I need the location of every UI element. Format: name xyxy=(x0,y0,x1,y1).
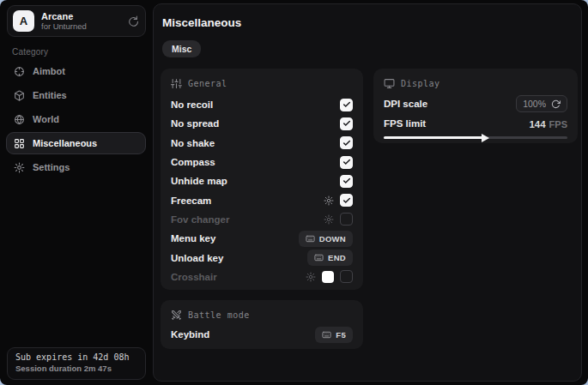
setting-row-no-shake: No shake xyxy=(171,134,353,153)
sidebar-nav: Aimbot Entities World Miscellaneous Sett… xyxy=(6,60,146,180)
sidebar-item-miscellaneous[interactable]: Miscellaneous xyxy=(6,132,146,154)
setting-label: Compass xyxy=(171,157,215,167)
freecam-checkbox[interactable] xyxy=(340,194,353,207)
box-icon xyxy=(14,90,25,101)
sidebar-item-label: Entities xyxy=(33,90,67,100)
setting-row-unload-key: Unload key END xyxy=(171,248,353,267)
swords-icon xyxy=(171,310,182,321)
setting-row-freecam: Freecam xyxy=(171,190,353,209)
dpi-scale-input[interactable]: 100% xyxy=(516,95,567,112)
layout-grid-icon xyxy=(14,138,25,149)
fps-limit-row: FPS limit 144FPS xyxy=(384,115,567,132)
tab-misc[interactable]: Misc xyxy=(162,40,201,57)
battle-mode-card-title: Battle mode xyxy=(188,310,250,320)
sidebar: A Arcane for Unturned Category Aimbot En… xyxy=(0,0,153,385)
session-duration-text: Session duration 2m 47s xyxy=(15,364,137,373)
setting-row-crosshair: Crosshair xyxy=(171,268,353,286)
keyboard-icon xyxy=(314,253,324,262)
slider-handle[interactable] xyxy=(482,134,489,142)
setting-label: Unhide map xyxy=(171,176,227,186)
sidebar-item-label: World xyxy=(33,114,59,124)
no-recoil-checkbox[interactable] xyxy=(340,99,353,111)
setting-row-fov-changer: Fov changer xyxy=(171,210,353,229)
keybind-value: DOWN xyxy=(319,234,346,244)
reset-icon[interactable] xyxy=(551,99,561,109)
general-card-header: General xyxy=(171,78,227,89)
monitor-icon xyxy=(384,78,395,89)
app-titles: Arcane for Unturned xyxy=(41,11,127,32)
unload-key-keybind-badge[interactable]: END xyxy=(307,250,353,266)
setting-label: Freecam xyxy=(171,196,211,206)
main-panel: Miscellaneous Misc General No recoil No … xyxy=(153,3,582,382)
battle-mode-card: Battle mode Keybind F5 xyxy=(161,300,363,349)
dpi-scale-row: DPI scale 100% xyxy=(384,94,567,113)
keybind-label: Keybind xyxy=(171,329,209,340)
setting-label: Menu key xyxy=(171,233,215,244)
setting-label: No recoil xyxy=(171,99,213,110)
keybind-value: END xyxy=(328,253,346,262)
sidebar-item-label: Settings xyxy=(33,162,70,172)
setting-row-compass: Compass xyxy=(171,153,353,171)
display-card-header: Display xyxy=(384,78,440,89)
sidebar-item-world[interactable]: World xyxy=(6,108,146,130)
compass-checkbox[interactable] xyxy=(340,156,353,169)
setting-row-menu-key: Menu key DOWN xyxy=(171,229,353,248)
subscription-status-card: Sub expires in 42d 08h Session duration … xyxy=(7,347,146,380)
app-subtitle: for Unturned xyxy=(41,22,127,31)
sidebar-item-entities[interactable]: Entities xyxy=(6,84,146,106)
sidebar-item-label: Miscellaneous xyxy=(33,138,97,148)
freecam-settings-gear-icon[interactable] xyxy=(324,196,334,206)
dpi-scale-value: 100% xyxy=(523,99,546,109)
general-card-title: General xyxy=(188,79,227,88)
sync-icon[interactable] xyxy=(127,15,138,27)
app-logo: A xyxy=(13,10,34,32)
sidebar-item-settings[interactable]: Settings xyxy=(6,156,146,178)
fps-limit-value: 144FPS xyxy=(529,116,567,131)
setting-label: Fov changer xyxy=(171,214,229,225)
keyboard-icon xyxy=(306,234,315,244)
battle-keybind-badge[interactable]: F5 xyxy=(315,327,353,343)
keyboard-icon xyxy=(322,330,331,340)
fov-changer-checkbox[interactable] xyxy=(340,213,353,226)
app-window: A Arcane for Unturned Category Aimbot En… xyxy=(0,0,588,385)
unhide-map-checkbox[interactable] xyxy=(340,175,353,188)
gear-icon xyxy=(14,162,25,173)
setting-row-no-spread: No spread xyxy=(171,114,353,133)
crosshair-color-swatch[interactable] xyxy=(322,271,334,283)
general-card: General No recoil No spread No shake Com… xyxy=(161,69,363,290)
setting-label: No spread xyxy=(171,118,219,129)
crosshair-icon xyxy=(14,66,25,77)
setting-row-unhide-map: Unhide map xyxy=(171,171,353,190)
sidebar-item-label: Aimbot xyxy=(33,66,65,76)
sub-expiry-text: Sub expires in 42d 08h xyxy=(15,352,137,362)
setting-row-no-recoil: No recoil xyxy=(171,95,353,114)
no-spread-checkbox[interactable] xyxy=(340,117,353,130)
fps-limit-slider[interactable] xyxy=(384,136,567,139)
app-name: Arcane xyxy=(41,11,127,21)
crosshair-checkbox[interactable] xyxy=(340,270,353,283)
dpi-scale-label: DPI scale xyxy=(384,99,427,109)
setting-label: Unload key xyxy=(171,253,223,263)
general-rows: No recoil No spread No shake Compass Unh xyxy=(171,95,353,286)
display-card: Display DPI scale 100% FPS limit 144FPS xyxy=(373,69,578,143)
fps-limit-label: FPS limit xyxy=(384,118,426,129)
keybind-value: F5 xyxy=(336,330,346,340)
globe-icon xyxy=(14,114,25,125)
app-header-card: A Arcane for Unturned xyxy=(7,5,146,37)
slider-fill xyxy=(384,136,485,139)
no-shake-checkbox[interactable] xyxy=(340,136,353,149)
setting-label: No shake xyxy=(171,138,215,148)
sliders-icon xyxy=(171,78,182,89)
menu-key-keybind-badge[interactable]: DOWN xyxy=(299,231,353,247)
setting-label: Crosshair xyxy=(171,272,217,282)
crosshair-settings-gear-icon[interactable] xyxy=(306,272,316,282)
keybind-row: Keybind F5 xyxy=(171,326,353,343)
sidebar-item-aimbot[interactable]: Aimbot xyxy=(6,60,146,82)
battle-mode-card-header: Battle mode xyxy=(171,310,250,321)
display-card-title: Display xyxy=(401,79,440,88)
page-title: Miscellaneous xyxy=(162,16,241,29)
fov-changer-settings-gear-icon[interactable] xyxy=(324,214,334,225)
category-label: Category xyxy=(12,47,48,57)
